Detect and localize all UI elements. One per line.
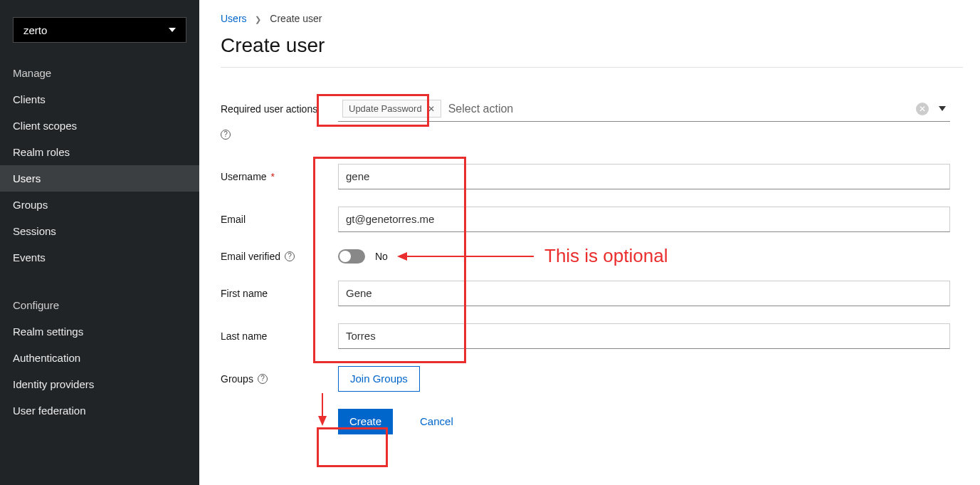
- page-title: Create user: [221, 34, 963, 57]
- join-groups-button[interactable]: Join Groups: [338, 366, 420, 392]
- main-content: Users ❯ Create user Create user Required…: [199, 0, 980, 485]
- row-username: Username *: [221, 164, 963, 189]
- label-last-name: Last name: [221, 330, 267, 342]
- required-actions-placeholder: Select action: [448, 103, 514, 115]
- email-input[interactable]: [338, 207, 950, 232]
- sidebar: zerto Manage Clients Client scopes Realm…: [0, 0, 199, 485]
- sidebar-item-identity-providers[interactable]: Identity providers: [0, 371, 199, 397]
- breadcrumb: Users ❯ Create user: [221, 13, 963, 24]
- sidebar-item-realm-roles[interactable]: Realm roles: [0, 139, 199, 165]
- help-icon[interactable]: ?: [221, 130, 231, 140]
- sidebar-item-clients[interactable]: Clients: [0, 86, 199, 113]
- required-marker: *: [271, 171, 275, 182]
- clear-all-icon[interactable]: ✕: [916, 103, 929, 115]
- divider: [221, 67, 963, 68]
- row-groups: Groups ? Join Groups: [221, 366, 963, 392]
- sidebar-item-events[interactable]: Events: [0, 244, 199, 271]
- username-input[interactable]: [338, 164, 950, 189]
- required-actions-select[interactable]: Update Password ✕ Select action ✕: [338, 96, 950, 122]
- toggle-knob: [339, 251, 351, 262]
- last-name-input[interactable]: [338, 323, 950, 349]
- chip-remove-icon[interactable]: ✕: [428, 104, 435, 114]
- nav-section-manage: Manage: [0, 56, 199, 86]
- chip-update-password: Update Password ✕: [342, 100, 441, 118]
- label-required-actions: Required user actions: [221, 103, 317, 115]
- caret-down-icon: [169, 28, 176, 32]
- annotation-text-optional: This is optional: [544, 245, 668, 267]
- create-button[interactable]: Create: [338, 409, 393, 434]
- annotation-arrow-down: [322, 393, 323, 424]
- sidebar-item-groups[interactable]: Groups: [0, 192, 199, 218]
- row-required-actions: Required user actions Update Password ✕ …: [221, 96, 963, 122]
- label-groups: Groups: [221, 373, 253, 385]
- email-verified-value: No: [375, 251, 388, 262]
- sidebar-item-sessions[interactable]: Sessions: [0, 218, 199, 244]
- annotation-arrow-optional: [399, 256, 534, 257]
- breadcrumb-current: Create user: [270, 13, 322, 24]
- sidebar-item-client-scopes[interactable]: Client scopes: [0, 113, 199, 139]
- action-bar: Create Cancel: [221, 409, 963, 434]
- sidebar-item-user-federation[interactable]: User federation: [0, 397, 199, 424]
- nav-section-configure: Configure: [0, 288, 199, 318]
- cancel-button[interactable]: Cancel: [409, 409, 465, 434]
- sidebar-item-authentication[interactable]: Authentication: [0, 345, 199, 371]
- chevron-right-icon: ❯: [255, 15, 261, 24]
- first-name-input[interactable]: [338, 281, 950, 306]
- chip-label: Update Password: [349, 103, 422, 114]
- sidebar-item-realm-settings[interactable]: Realm settings: [0, 318, 199, 345]
- email-verified-toggle[interactable]: [338, 249, 365, 264]
- caret-down-icon[interactable]: [939, 106, 946, 111]
- row-last-name: Last name: [221, 323, 963, 349]
- realm-selector[interactable]: zerto: [13, 17, 186, 43]
- help-icon[interactable]: ?: [285, 251, 295, 261]
- row-email: Email: [221, 207, 963, 232]
- help-icon[interactable]: ?: [258, 374, 268, 384]
- sidebar-item-users[interactable]: Users: [0, 165, 199, 192]
- label-email: Email: [221, 214, 246, 225]
- breadcrumb-root[interactable]: Users: [221, 13, 247, 24]
- label-first-name: First name: [221, 288, 268, 299]
- row-first-name: First name: [221, 281, 963, 306]
- label-username: Username: [221, 171, 267, 182]
- realm-name: zerto: [23, 24, 47, 36]
- label-email-verified: Email verified: [221, 251, 280, 262]
